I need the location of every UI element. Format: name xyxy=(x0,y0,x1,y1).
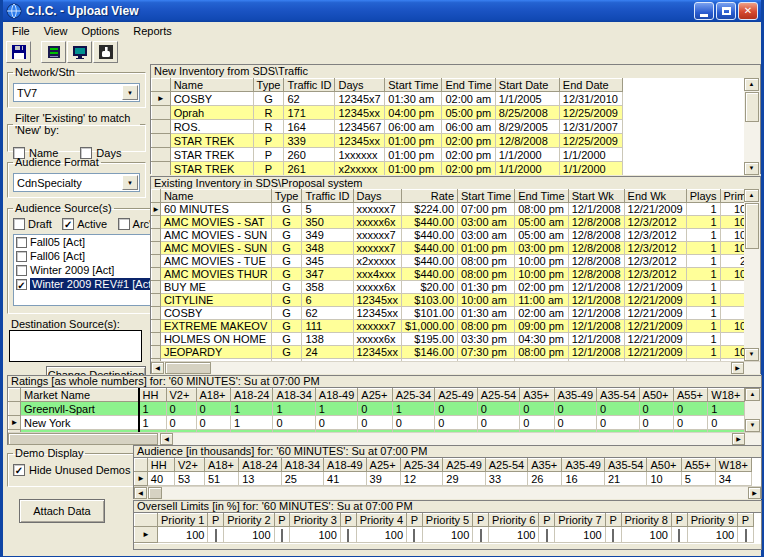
cell[interactable]: 8/25/2008 xyxy=(495,106,559,120)
cell[interactable]: 04:30 pm xyxy=(515,333,568,346)
cell[interactable]: x2xxxxx xyxy=(335,162,385,176)
cell[interactable]: 24 xyxy=(302,346,353,359)
cell[interactable]: 01:30 am xyxy=(385,92,442,106)
cell[interactable]: G xyxy=(271,333,302,346)
cell[interactable]: $103.00 xyxy=(402,294,458,307)
cell[interactable]: 51 xyxy=(204,472,238,486)
table-row[interactable]: ►60 MINUTESG5xxxxxx7$224.0007:00 pm08:00… xyxy=(152,203,745,216)
cell[interactable]: 60 MINUTES xyxy=(160,203,271,216)
cell[interactable]: 5 xyxy=(681,472,715,486)
scroll-down-icon[interactable]: ▼ xyxy=(744,162,759,175)
cell[interactable]: 12/1/2008 xyxy=(568,294,624,307)
table-row[interactable]: AMC MOVIES - SUNG349xxxxxx7$440.0003:00 … xyxy=(152,229,745,242)
row-selector[interactable] xyxy=(152,120,171,134)
column-header[interactable]: Plays xyxy=(686,190,720,203)
cell[interactable]: COSBY xyxy=(170,92,253,106)
cell[interactable]: 100 xyxy=(720,229,744,242)
cell[interactable]: 12/8/2008 xyxy=(568,255,624,268)
cell[interactable]: 6 xyxy=(302,294,353,307)
cell[interactable]: 05:00 am xyxy=(515,229,568,242)
cell[interactable]: 1 xyxy=(315,402,357,416)
cell[interactable]: 1/1/2000 xyxy=(495,148,559,162)
new-inventory-vscrollbar[interactable]: ▲ ▼ xyxy=(744,78,760,175)
column-header[interactable]: Priority 8 xyxy=(621,514,671,527)
priority-checkbox[interactable] xyxy=(215,529,217,542)
server-list-button[interactable] xyxy=(41,41,66,63)
menu-view[interactable]: View xyxy=(37,24,75,38)
cell[interactable]: HOLMES ON HOME xyxy=(160,333,271,346)
minimize-button[interactable] xyxy=(694,2,714,20)
column-header[interactable]: Days xyxy=(335,79,385,92)
priority-value-cell[interactable]: 100 xyxy=(290,527,340,543)
scroll-down-icon[interactable]: ▼ xyxy=(744,348,759,361)
column-header[interactable]: Name xyxy=(170,79,253,92)
scroll-thumb[interactable] xyxy=(8,433,158,445)
column-header[interactable]: P xyxy=(340,514,356,527)
cell[interactable]: $195.00 xyxy=(402,333,458,346)
cell[interactable]: 12345xx xyxy=(335,134,385,148)
cell[interactable]: 1234567 xyxy=(335,120,385,134)
column-header[interactable]: Traffic ID xyxy=(284,79,335,92)
column-header[interactable]: Start Time xyxy=(385,79,442,92)
cell[interactable]: JEOPARDY xyxy=(160,346,271,359)
table-row[interactable]: ROS.R164123456706:00 am06:00 am8/29/2005… xyxy=(152,120,744,134)
cell[interactable]: 1/1/2000 xyxy=(495,162,559,176)
column-header[interactable]: Prime xyxy=(720,190,744,203)
cell[interactable]: 100 xyxy=(720,203,744,216)
cell[interactable]: 12/3/2012 xyxy=(624,216,686,229)
cell[interactable]: 1 xyxy=(686,320,720,333)
cell[interactable]: 12345xx xyxy=(353,294,402,307)
list-item[interactable]: Fall05 [Act] xyxy=(14,235,156,249)
column-header[interactable]: HH xyxy=(139,389,166,402)
cell[interactable]: 06:00 am xyxy=(385,120,442,134)
cell[interactable]: STAR TREK xyxy=(170,134,253,148)
cell[interactable]: 12/21/2009 xyxy=(624,346,686,359)
priority-value-cell[interactable]: 100 xyxy=(555,527,605,543)
row-selector[interactable] xyxy=(9,402,21,416)
cell[interactable]: P xyxy=(253,162,284,176)
column-header[interactable]: P xyxy=(605,514,621,527)
cell[interactable]: 12345xx xyxy=(353,346,402,359)
priority-value-cell[interactable]: 100 xyxy=(157,527,207,543)
column-header[interactable]: A18-49 xyxy=(324,459,366,472)
cell[interactable]: 16 xyxy=(562,472,604,486)
column-header[interactable]: Rate xyxy=(402,190,458,203)
cell[interactable]: 12/1/2008 xyxy=(568,203,624,216)
cell[interactable]: 1 xyxy=(686,229,720,242)
cell[interactable]: xxxxxx7 xyxy=(353,229,402,242)
cell[interactable]: G xyxy=(271,203,302,216)
cell[interactable]: 07:30 pm xyxy=(458,346,515,359)
cell[interactable]: 1 xyxy=(230,416,272,430)
cell[interactable]: 12/21/2009 xyxy=(624,333,686,346)
cell[interactable]: 12345x7 xyxy=(335,92,385,106)
cell[interactable]: 0 xyxy=(720,333,744,346)
cell[interactable]: 100 xyxy=(720,346,744,359)
cell[interactable]: STAR TREK xyxy=(170,148,253,162)
cell[interactable]: xxx4xxx xyxy=(353,268,402,281)
cell[interactable]: 345 xyxy=(302,255,353,268)
scroll-thumb[interactable] xyxy=(148,487,162,499)
cell[interactable]: 0 xyxy=(392,416,434,430)
cell[interactable]: 0 xyxy=(673,402,707,416)
column-header[interactable]: Priority 2 xyxy=(224,514,274,527)
cell[interactable]: x2xxxxx xyxy=(353,255,402,268)
scroll-thumb[interactable] xyxy=(745,203,759,249)
cell[interactable]: 349 xyxy=(302,229,353,242)
cell[interactable]: 260 xyxy=(284,148,335,162)
column-header[interactable]: V2+ xyxy=(175,459,205,472)
cell[interactable]: 02:00 pm xyxy=(442,134,495,148)
scroll-right-icon[interactable]: ▶ xyxy=(748,487,761,499)
cell[interactable]: 01:30 pm xyxy=(458,281,515,294)
existing-inventory-vscrollbar[interactable]: ▲ ▼ xyxy=(744,189,760,361)
cell[interactable]: 1 xyxy=(686,281,720,294)
table-row[interactable]: Greenvll-Spart1001110100000001 xyxy=(9,402,745,416)
cell[interactable]: New York xyxy=(21,416,139,430)
cell[interactable]: 07:00 pm xyxy=(458,203,515,216)
cell[interactable]: 12/1/2008 xyxy=(568,281,624,294)
cell[interactable]: 62 xyxy=(302,307,353,320)
table-row[interactable]: CITYLINEG612345xx$103.0010:00 am11:00 am… xyxy=(152,294,745,307)
cell[interactable]: 350 xyxy=(302,216,353,229)
row-selector[interactable]: ► xyxy=(135,527,158,543)
cell[interactable]: G xyxy=(271,281,302,294)
cell[interactable]: 01:00 pm xyxy=(385,148,442,162)
